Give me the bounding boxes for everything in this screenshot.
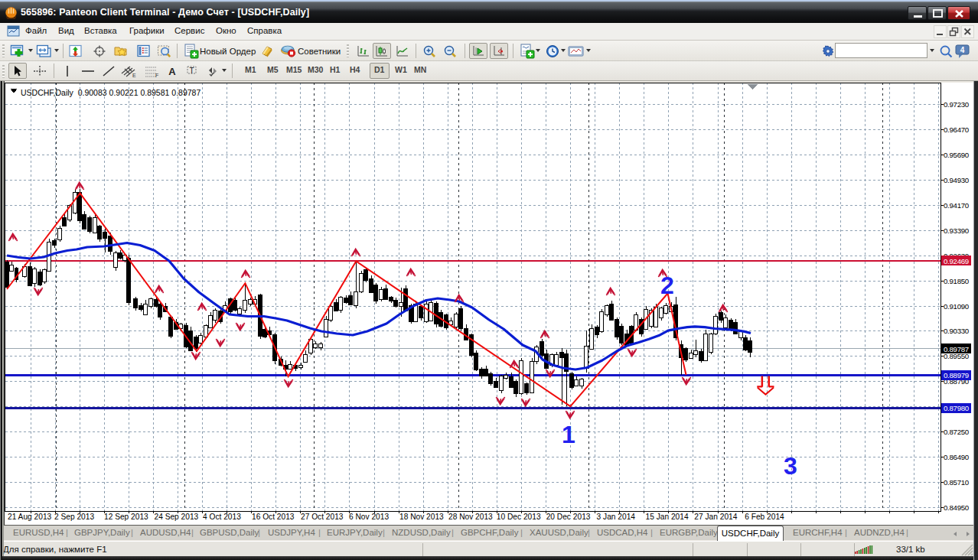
svg-text:28 Nov 2013: 28 Nov 2013	[448, 513, 493, 521]
svg-text:3 Jan 2014: 3 Jan 2014	[597, 513, 636, 521]
svg-text:0.95690: 0.95690	[944, 151, 970, 159]
svg-text:0.90330: 0.90330	[944, 327, 970, 335]
svg-text:27 Jan 2014: 27 Jan 2014	[694, 513, 737, 521]
svg-text:2: 2	[660, 272, 674, 299]
svg-text:0.92469: 0.92469	[944, 257, 969, 265]
svg-text:0.97230: 0.97230	[944, 100, 970, 109]
svg-text:6 Feb 2014: 6 Feb 2014	[745, 513, 784, 521]
svg-text:16 Oct 2013: 16 Oct 2013	[252, 513, 295, 521]
svg-text:15 Jan 2014: 15 Jan 2014	[646, 513, 689, 521]
svg-text:0.85710: 0.85710	[944, 478, 970, 487]
svg-text:24 Sep 2013: 24 Sep 2013	[155, 513, 199, 521]
svg-text:6 Nov 2013: 6 Nov 2013	[349, 513, 389, 521]
svg-text:0.91090: 0.91090	[944, 302, 970, 311]
svg-text:2 Sep 2013: 2 Sep 2013	[54, 513, 94, 521]
svg-text:10 Dec 2013: 10 Dec 2013	[497, 513, 541, 521]
svg-text:3: 3	[784, 452, 797, 480]
svg-text:20 Dec 2013: 20 Dec 2013	[546, 513, 591, 521]
svg-text:0.86490: 0.86490	[944, 453, 970, 461]
svg-text:0.94930: 0.94930	[944, 176, 970, 184]
svg-text:0.84950: 0.84950	[944, 503, 970, 512]
svg-text:27 Oct 2013: 27 Oct 2013	[301, 513, 344, 521]
svg-text:0.94170: 0.94170	[944, 201, 970, 210]
svg-text:0.91850: 0.91850	[944, 277, 970, 285]
svg-text:12 Sep 2013: 12 Sep 2013	[104, 513, 148, 521]
svg-text:21 Aug 2013: 21 Aug 2013	[8, 513, 52, 521]
svg-text:0.96470: 0.96470	[944, 125, 970, 134]
svg-text:0.87980: 0.87980	[944, 404, 970, 412]
svg-text:0.93390: 0.93390	[944, 226, 970, 235]
svg-text:0.88979: 0.88979	[944, 371, 969, 379]
svg-text:USDCHF,Daily 0.90083 0.90221: USDCHF,Daily 0.90083 0.90221 0.89581 0.8…	[21, 88, 200, 97]
svg-text:1: 1	[562, 421, 575, 448]
svg-text:0.87250: 0.87250	[944, 428, 970, 436]
svg-text:0.89787: 0.89787	[944, 345, 969, 353]
svg-text:18 Nov 2013: 18 Nov 2013	[399, 513, 444, 521]
svg-text:4 Oct 2013: 4 Oct 2013	[203, 513, 241, 521]
